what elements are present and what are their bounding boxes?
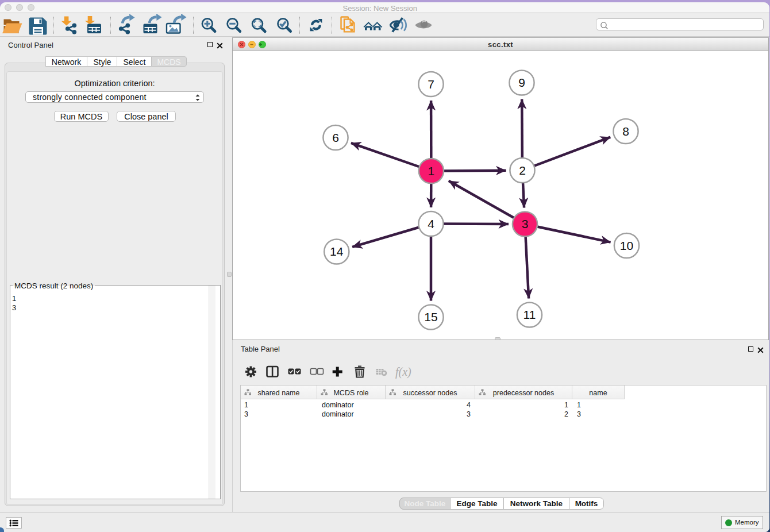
svg-text:8: 8: [622, 125, 629, 138]
svg-text:3: 3: [522, 217, 529, 230]
svg-text:6: 6: [332, 131, 339, 144]
svg-text:15: 15: [424, 310, 437, 323]
svg-text:9: 9: [518, 76, 525, 89]
svg-text:4: 4: [428, 217, 434, 230]
svg-text:10: 10: [620, 239, 633, 252]
svg-text:2: 2: [519, 164, 526, 177]
svg-text:1: 1: [428, 164, 435, 178]
svg-text:11: 11: [523, 308, 536, 321]
svg-text:14: 14: [330, 245, 344, 258]
svg-text:f(x): f(x): [395, 365, 411, 379]
svg-text:7: 7: [428, 78, 434, 91]
